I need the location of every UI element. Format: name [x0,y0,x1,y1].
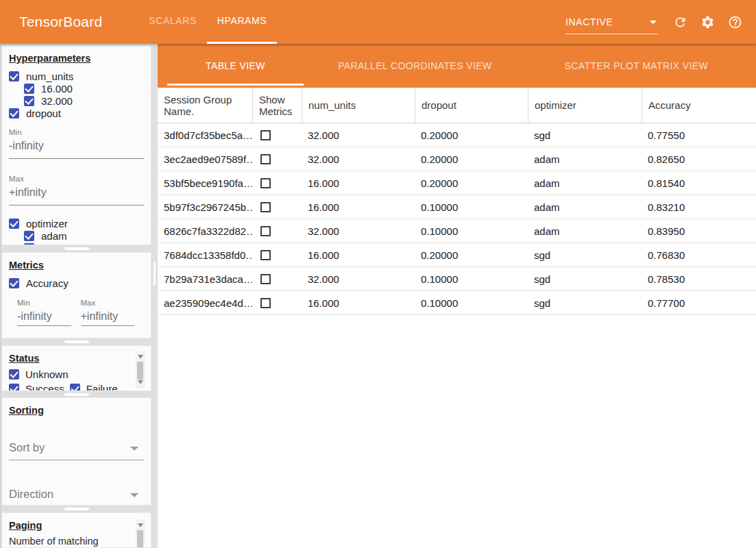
success-checkbox[interactable] [9,384,19,392]
tab-hparams[interactable]: HPARAMS [207,0,277,44]
unknown-checkbox[interactable] [9,369,19,379]
optimizer-cell: sgd [528,123,642,147]
gear-icon[interactable] [700,15,715,29]
accuracy-cell: 0.81540 [642,171,756,195]
num-units-label: num_units [26,71,73,82]
show-metrics-checkbox[interactable] [260,178,271,188]
scrollbar-thumb[interactable] [137,530,143,548]
optimizer-checkbox[interactable] [9,219,19,229]
optimizer-cell: adam [528,147,642,171]
table-row: 3ec2aed9e07589f… 32.000 0.20000 adam 0.8… [158,147,756,171]
accuracy-max-field: Max +infinity [81,299,135,326]
scroll-up-icon[interactable] [138,523,143,527]
session-group-name-cell: 3ec2aed9e07589f… [158,147,252,171]
show-metrics-checkbox[interactable] [260,130,271,140]
table-row: ae235909ec4e4d… 16.000 0.10000 sgd 0.777… [158,291,756,315]
column-header-show-metrics[interactable]: Show Metrics [252,88,302,123]
table-row: 7b29a731e3daca… 32.000 0.10000 sgd 0.785… [158,267,756,291]
sgd-checkbox[interactable] [24,243,34,246]
dropout-checkbox[interactable] [9,108,19,119]
num-units-cell: 16.000 [302,171,415,195]
accuracy-checkbox[interactable] [9,278,19,288]
view-tabs: TABLE VIEW PARALLEL COORDINATES VIEW SCA… [158,44,756,88]
min-input[interactable]: -infinity [17,310,71,326]
table-header-row: Session Group Name. Show Metrics num_uni… [158,88,756,123]
show-metrics-checkbox[interactable] [260,274,271,284]
session-group-name-cell: ae235909ec4e4d… [158,291,252,314]
table-row: 53bf5bece9190fa… 16.000 0.20000 adam 0.8… [158,171,756,195]
tab-table-view[interactable]: TABLE VIEW [158,44,313,88]
tab-scalars[interactable]: SCALARS [138,0,207,44]
paging-section: Paging Number of matching session groups… [1,512,151,548]
num-units-checkbox[interactable] [9,71,19,82]
splitter-grip[interactable] [154,262,156,286]
optimizer-cell: adam [528,195,642,219]
num-units-cell: 16.000 [302,291,415,314]
resize-grip[interactable] [64,340,89,343]
hparams-sidebar: Hyperparameters num_units 16.000 32.000 … [0,44,151,548]
hparam-num-units-row: num_units [9,70,144,82]
optimizer-cell: sgd [528,267,642,290]
scroll-down-icon[interactable] [138,380,143,384]
value-32-checkbox[interactable] [24,96,34,106]
help-icon[interactable] [728,15,742,29]
column-header-session-group-name[interactable]: Session Group Name. [158,88,252,123]
resize-grip[interactable] [64,393,89,396]
column-header-dropout[interactable]: dropout [415,88,528,123]
hparam-optimizer-row: optimizer [9,217,144,229]
metric-accuracy-row: Accuracy [9,277,144,289]
show-metrics-cell [252,195,302,219]
max-label: Max [81,299,135,307]
dashboard-tabs: SCALARS HPARAMS [138,0,277,44]
accuracy-label: Accuracy [26,277,69,289]
paging-scrollbar[interactable] [136,520,145,545]
metrics-section: Metrics Accuracy Min -infinity Max +infi… [1,252,151,338]
column-header-optimizer[interactable]: optimizer [528,88,642,123]
show-metrics-checkbox[interactable] [260,298,271,308]
section-divider [1,245,151,252]
hyperparameters-heading: Hyperparameters [9,53,144,64]
status-options: Unknown Success Failure Running [9,368,134,391]
show-metrics-checkbox[interactable] [260,226,271,236]
status-option: Unknown [9,368,69,380]
max-input[interactable]: +infinity [81,310,135,326]
min-input[interactable]: -infinity [9,140,144,159]
num-units-cell: 32.000 [302,219,415,242]
direction-value: Direction [9,488,53,500]
accuracy-cell: 0.77550 [642,123,756,147]
refresh-icon[interactable] [673,15,687,29]
adam-checkbox[interactable] [24,231,34,241]
sort-by-dropdown[interactable]: Sort by [9,441,144,460]
run-status-dropdown[interactable]: INACTIVE [565,16,658,34]
status-scrollbar[interactable] [136,351,145,388]
scrollbar-thumb[interactable] [137,362,143,379]
dropout-cell: 0.20000 [415,147,528,171]
resize-grip[interactable] [64,508,89,510]
show-metrics-checkbox[interactable] [260,154,271,164]
show-metrics-checkbox[interactable] [260,202,271,212]
run-status-value: INACTIVE [565,16,650,27]
tab-scatter-plot-matrix-view[interactable]: SCATTER PLOT MATRIX VIEW [517,44,756,88]
column-header-num-units[interactable]: num_units [302,88,415,123]
column-header-accuracy[interactable]: Accuracy [642,88,756,123]
dropout-cell: 0.10000 [415,219,528,242]
sorting-section: Sorting Sort by Direction [1,397,151,506]
hparam-value-row: 32.000 [24,95,144,107]
sidebar-splitter[interactable] [151,44,158,548]
table-row: 3df0d7cf35bec5a… 32.000 0.20000 sgd 0.77… [158,123,756,147]
show-metrics-checkbox[interactable] [260,250,271,260]
adam-label: adam [41,230,67,242]
direction-dropdown[interactable]: Direction [9,488,144,506]
section-divider [1,506,151,512]
session-group-name-cell: 5b97f3c2967245b… [158,195,252,219]
resize-grip[interactable] [64,247,89,250]
accuracy-cell: 0.77700 [642,291,756,314]
max-input[interactable]: +infinity [9,186,144,206]
hparams-main-pane: TABLE VIEW PARALLEL COORDINATES VIEW SCA… [158,44,756,548]
failure-checkbox[interactable] [70,384,80,392]
accuracy-cell: 0.82650 [642,147,756,171]
dropout-cell: 0.20000 [415,123,528,147]
value-16-checkbox[interactable] [24,84,34,94]
tab-parallel-coordinates-view[interactable]: PARALLEL COORDINATES VIEW [313,44,517,88]
scroll-up-icon[interactable] [138,355,143,359]
